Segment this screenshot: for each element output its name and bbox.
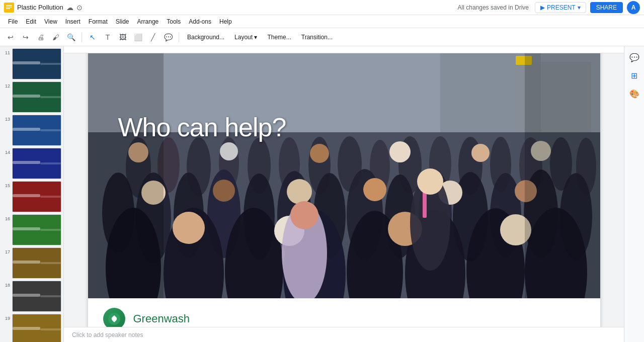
undo-button[interactable]: ↩ bbox=[4, 31, 17, 44]
slide-viewport[interactable]: Who can help? Greenwash bbox=[64, 53, 624, 327]
crowd-photo bbox=[88, 53, 600, 298]
brand-name: Greenwash bbox=[133, 312, 190, 325]
svg-rect-0 bbox=[4, 3, 14, 13]
slide-thumb-15[interactable]: 15 bbox=[2, 181, 61, 212]
notes-placeholder: Click to add speaker notes bbox=[72, 331, 143, 338]
text-button[interactable]: T bbox=[101, 31, 114, 44]
slide-footer: Greenwash bbox=[88, 298, 600, 327]
transition-dropdown[interactable]: Transition... bbox=[297, 31, 337, 44]
slide-thumb-12[interactable]: 12 bbox=[2, 81, 61, 113]
svg-rect-1 bbox=[6, 5, 12, 6]
slide-number: 11 bbox=[2, 50, 10, 55]
slide-thumb-11[interactable]: 11 bbox=[2, 48, 61, 79]
slide-number: 19 bbox=[2, 316, 10, 321]
theme-dropdown[interactable]: Theme... bbox=[263, 31, 295, 44]
menu-item-insert[interactable]: Insert bbox=[61, 17, 85, 27]
svg-point-59 bbox=[173, 212, 205, 244]
svg-rect-3 bbox=[6, 8, 10, 9]
present-icon: ▶ bbox=[540, 4, 545, 11]
slide-thumbnail-image bbox=[12, 314, 61, 342]
menu-item-tools[interactable]: Tools bbox=[163, 17, 185, 27]
menu-bar: FileEditViewInsertFormatSlideArrangeTool… bbox=[0, 15, 644, 28]
cursor-button[interactable]: ↖ bbox=[86, 31, 99, 44]
comments-sidebar-icon[interactable]: 💬 bbox=[627, 50, 641, 64]
slide-main[interactable]: Who can help? bbox=[88, 53, 600, 298]
avatar[interactable]: A bbox=[627, 1, 640, 14]
menu-item-add-ons[interactable]: Add-ons bbox=[185, 17, 215, 27]
star-icon[interactable]: ⊙ bbox=[76, 4, 83, 12]
chevron-down-icon: ▾ bbox=[578, 4, 581, 11]
slide-thumbnail-image bbox=[12, 181, 61, 212]
save-status: All changes saved in Drive bbox=[458, 4, 529, 11]
line-button[interactable]: ╱ bbox=[146, 31, 159, 44]
svg-point-54 bbox=[213, 180, 235, 202]
slide-number: 18 bbox=[2, 283, 10, 288]
slide-thumbnail-image bbox=[12, 48, 61, 79]
separator-1 bbox=[82, 32, 82, 42]
menu-item-view[interactable]: View bbox=[40, 17, 61, 27]
present-button[interactable]: ▶ PRESENT ▾ bbox=[535, 2, 586, 13]
svg-rect-2 bbox=[6, 7, 12, 8]
slide-thumbnail-image bbox=[12, 81, 61, 113]
slide-thumbnail-image bbox=[12, 281, 61, 312]
redo-button[interactable]: ↪ bbox=[19, 31, 32, 44]
svg-point-56 bbox=[363, 178, 386, 201]
menu-item-file[interactable]: File bbox=[4, 17, 22, 27]
paint-format-button[interactable]: 🖌 bbox=[49, 31, 62, 44]
shapes-button[interactable]: ⬜ bbox=[131, 31, 144, 44]
slide-number: 13 bbox=[2, 117, 10, 122]
menu-item-slide[interactable]: Slide bbox=[112, 17, 133, 27]
toolbar: ↩ ↪ 🖨 🖌 🔍 ↖ T 🖼 ⬜ ╱ 💬 Background... Layo… bbox=[0, 28, 644, 46]
slide-thumb-19[interactable]: 19 bbox=[2, 314, 61, 342]
brand-logo bbox=[103, 308, 125, 327]
theme-sidebar-icon[interactable]: 🎨 bbox=[627, 87, 641, 101]
comment-button[interactable]: 💬 bbox=[162, 31, 175, 44]
slide-thumbnail-image bbox=[12, 214, 61, 245]
image-button[interactable]: 🖼 bbox=[116, 31, 129, 44]
slide-number: 14 bbox=[2, 150, 10, 155]
slide-number: 15 bbox=[2, 183, 10, 188]
svg-point-51 bbox=[471, 144, 490, 162]
background-dropdown[interactable]: Background... bbox=[183, 31, 228, 44]
layout-dropdown[interactable]: Layout ▾ bbox=[230, 31, 261, 44]
svg-point-67 bbox=[417, 168, 443, 195]
svg-rect-69 bbox=[88, 53, 164, 298]
slide-thumb-16[interactable]: 16 bbox=[2, 214, 61, 245]
separator-2 bbox=[179, 32, 179, 42]
slide-number: 17 bbox=[2, 249, 10, 254]
cloud-icon: ☁ bbox=[66, 4, 73, 12]
slide-thumbnail-image bbox=[12, 148, 61, 179]
print-button[interactable]: 🖨 bbox=[34, 31, 47, 44]
svg-rect-70 bbox=[525, 53, 600, 298]
slide-thumb-14[interactable]: 14 bbox=[2, 148, 61, 179]
canvas-area: Who can help? Greenwash Click bbox=[64, 46, 624, 342]
title-bar: Plastic Pollution ☁ ⊙ All changes saved … bbox=[0, 0, 644, 15]
svg-point-64 bbox=[290, 201, 318, 229]
app-icon bbox=[4, 3, 14, 13]
slide-thumbnail-image bbox=[12, 115, 61, 146]
menu-item-edit[interactable]: Edit bbox=[22, 17, 40, 27]
shapes-sidebar-icon[interactable]: ⊞ bbox=[627, 68, 641, 82]
slide-panel[interactable]: 1112131415161718192021GreenwashWho can h… bbox=[0, 46, 64, 342]
svg-point-49 bbox=[310, 144, 329, 163]
zoom-button[interactable]: 🔍 bbox=[64, 31, 77, 44]
svg-point-50 bbox=[389, 141, 411, 162]
menu-item-format[interactable]: Format bbox=[85, 17, 112, 27]
slide-thumb-18[interactable]: 18 bbox=[2, 281, 61, 312]
slide-number: 16 bbox=[2, 216, 10, 221]
menu-item-help[interactable]: Help bbox=[215, 17, 236, 27]
slide-number: 12 bbox=[2, 83, 10, 89]
slide-thumb-13[interactable]: 13 bbox=[2, 115, 61, 146]
svg-point-48 bbox=[220, 142, 238, 160]
document-title: Plastic Pollution bbox=[17, 4, 63, 11]
speaker-notes[interactable]: Click to add speaker notes bbox=[64, 327, 624, 342]
slide-title: Who can help? bbox=[118, 112, 286, 142]
svg-point-55 bbox=[287, 179, 312, 204]
share-button[interactable]: SHARE bbox=[590, 2, 623, 13]
right-sidebar: 💬 ⊞ 🎨 bbox=[624, 46, 644, 342]
slide-thumb-17[interactable]: 17 bbox=[2, 247, 61, 279]
menu-item-arrange[interactable]: Arrange bbox=[133, 17, 163, 27]
slide-container: Who can help? Greenwash bbox=[88, 53, 600, 327]
ruler-horizontal bbox=[64, 46, 624, 53]
main-area: 1112131415161718192021GreenwashWho can h… bbox=[0, 46, 644, 342]
